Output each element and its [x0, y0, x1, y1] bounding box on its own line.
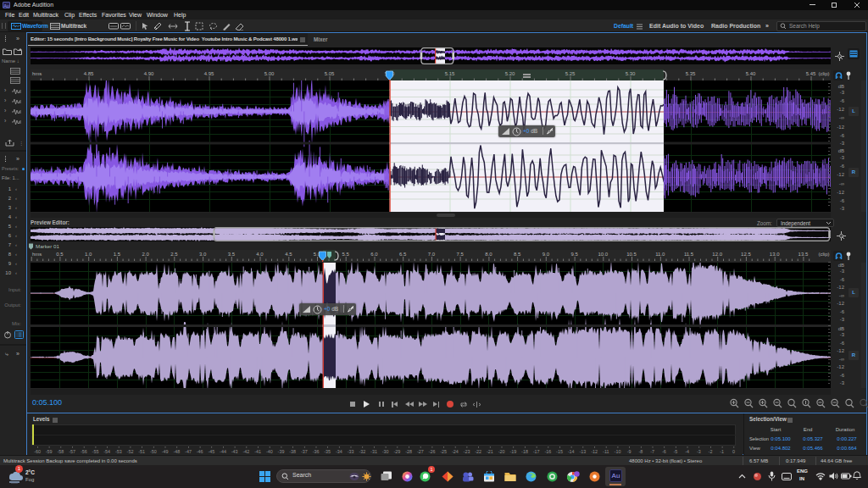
svg-text:-48: -48 [173, 449, 180, 454]
svg-text:-39: -39 [278, 449, 285, 454]
svg-text:-17: -17 [533, 449, 540, 454]
svg-text:-12: -12 [591, 449, 598, 454]
svg-text:-7: -7 [650, 449, 654, 454]
svg-text:-31: -31 [370, 449, 377, 454]
svg-text:-5: -5 [674, 449, 678, 454]
svg-text:-45: -45 [208, 449, 214, 454]
svg-text:-30: -30 [382, 449, 389, 454]
svg-text:-51: -51 [138, 449, 145, 454]
svg-text:-42: -42 [243, 449, 250, 454]
svg-text:-56: -56 [81, 449, 87, 454]
svg-text:-21: -21 [487, 449, 493, 454]
svg-text:-47: -47 [185, 449, 192, 454]
svg-text:-36: -36 [313, 449, 320, 454]
svg-text:-16: -16 [545, 449, 552, 454]
svg-text:-18: -18 [521, 449, 528, 454]
svg-text:-49: -49 [162, 449, 169, 454]
svg-text:-38: -38 [289, 449, 296, 454]
svg-text:-20: -20 [498, 449, 505, 454]
svg-text:-53: -53 [115, 449, 122, 454]
svg-text:-35: -35 [324, 449, 331, 454]
svg-text:-22: -22 [475, 449, 481, 454]
svg-text:-6: -6 [662, 449, 666, 454]
svg-text:-8: -8 [639, 449, 643, 454]
svg-text:-46: -46 [197, 449, 203, 454]
svg-text:-13: -13 [580, 449, 587, 454]
svg-text:-2: -2 [709, 449, 713, 454]
svg-text:-1: -1 [720, 449, 724, 454]
svg-text:-57: -57 [69, 449, 75, 454]
svg-text:-40: -40 [266, 449, 273, 454]
svg-text:-4: -4 [685, 449, 689, 454]
svg-text:-14: -14 [568, 449, 575, 454]
svg-text:-41: -41 [254, 449, 261, 454]
svg-text:-34: -34 [336, 449, 342, 454]
svg-text:-50: -50 [150, 449, 157, 454]
svg-text:-23: -23 [464, 449, 470, 454]
svg-text:-25: -25 [440, 449, 447, 454]
svg-text:-24: -24 [452, 449, 459, 454]
svg-text:-10: -10 [615, 449, 621, 454]
svg-text:-19: -19 [509, 449, 516, 454]
svg-text:0: 0 [732, 449, 735, 454]
svg-text:-44: -44 [220, 449, 226, 454]
svg-text:-28: -28 [405, 449, 412, 454]
svg-text:-52: -52 [127, 449, 134, 454]
svg-text:-54: -54 [103, 449, 110, 454]
svg-text:-26: -26 [429, 449, 436, 454]
svg-text:-29: -29 [394, 449, 401, 454]
svg-text:-58: -58 [58, 449, 64, 454]
svg-text:-27: -27 [417, 449, 424, 454]
svg-text:-9: -9 [627, 449, 632, 454]
svg-text:-60: -60 [34, 449, 41, 454]
svg-text:-55: -55 [92, 449, 99, 454]
svg-text:-3: -3 [697, 449, 701, 454]
svg-text:-11: -11 [603, 449, 609, 454]
svg-text:-59: -59 [46, 449, 53, 454]
svg-text:-15: -15 [556, 449, 563, 454]
svg-text:-37: -37 [301, 449, 308, 454]
svg-text:-32: -32 [359, 449, 365, 454]
svg-text:-43: -43 [231, 449, 238, 454]
svg-text:-33: -33 [348, 449, 354, 454]
